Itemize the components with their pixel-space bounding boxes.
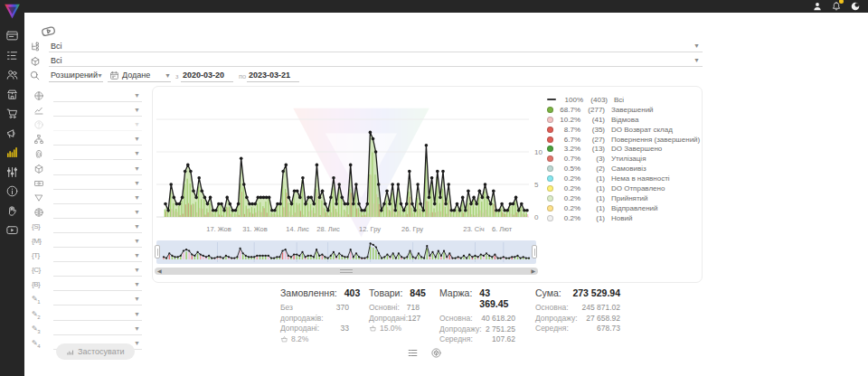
scroll-left-icon[interactable]: ◀ xyxy=(157,268,162,275)
search-icon xyxy=(29,70,41,81)
chart-scrollbar[interactable]: ◀ ▶ xyxy=(155,268,538,275)
list-view-icon[interactable] xyxy=(407,347,419,359)
package-view-icon[interactable] xyxy=(430,347,442,359)
status-filter-select[interactable]: Всі xyxy=(51,42,62,51)
sidebar-item-dashboard-icon[interactable] xyxy=(5,29,19,42)
legend-item-1[interactable]: 100%(403)Всі xyxy=(547,95,701,105)
filter-row-1[interactable]: ▼ xyxy=(32,90,142,104)
scrollbar-grip[interactable] xyxy=(340,269,353,273)
legend-item-10[interactable]: 0.2%(1)DO Отправлено xyxy=(547,183,701,193)
sidebar-item-sliders-icon[interactable] xyxy=(5,165,19,179)
chevron-down-icon[interactable]: ▼ xyxy=(134,340,140,346)
legend-label: DO Завершено xyxy=(611,145,662,153)
legend-count: (277) xyxy=(580,106,605,114)
apply-button[interactable]: Застосувати xyxy=(56,343,135,360)
filter-row-10[interactable]: {S}▼ xyxy=(32,221,142,235)
tag-icon[interactable] xyxy=(40,23,57,38)
legend-count: (1) xyxy=(580,204,605,212)
chevron-down-icon[interactable]: ▼ xyxy=(134,267,140,273)
filter-row-8[interactable]: ▼ xyxy=(32,193,142,206)
sidebar-item-video-icon[interactable] xyxy=(5,223,19,237)
legend-label: Повернення (завершений) xyxy=(611,136,700,144)
pencil-2-icon: ✎2 xyxy=(32,310,40,320)
filter-row-15[interactable]: ✎1▼ xyxy=(32,294,142,307)
filter-row-5[interactable]: ▼ xyxy=(32,148,142,162)
chevron-down-icon[interactable]: ▼ xyxy=(134,209,140,215)
filter-row-7[interactable]: ▼ xyxy=(32,178,142,192)
sidebar-item-chart-icon[interactable] xyxy=(5,146,19,159)
chart-navigator[interactable] xyxy=(156,240,536,264)
legend-item-7[interactable]: 0.7%(3)Утилізація xyxy=(547,154,701,164)
app-logo-icon[interactable] xyxy=(3,2,22,21)
chevron-down-icon[interactable]: ▼ xyxy=(134,150,140,156)
chevron-down-icon[interactable]: ▼ xyxy=(134,223,140,230)
chevron-down-icon[interactable]: ▼ xyxy=(134,165,140,172)
legend-item-11[interactable]: 0.2%(1)Прийнятий xyxy=(547,193,701,203)
chevron-down-icon[interactable]: ▼ xyxy=(134,194,140,201)
filter-row-12[interactable]: {T}▼ xyxy=(32,250,142,264)
navigator-right-handle[interactable] xyxy=(532,245,537,258)
sidebar-item-list-icon[interactable] xyxy=(5,49,19,62)
stat-subrow: Основна:40 618.20 xyxy=(439,314,515,324)
filter-row-17[interactable]: ✎3▼ xyxy=(32,324,142,337)
sidebar-item-hand-icon[interactable] xyxy=(5,204,19,218)
web-icon xyxy=(33,207,44,218)
product-filter-select[interactable]: Всі xyxy=(51,56,62,65)
sidebar-item-users-icon[interactable] xyxy=(5,68,19,81)
chevron-down-icon[interactable]: ▼ xyxy=(693,42,700,49)
search-icon[interactable] xyxy=(29,70,41,81)
legend-item-9[interactable]: 0.2%(1)Нема в наявності xyxy=(547,174,701,183)
basket-icon xyxy=(369,324,377,333)
legend-item-6[interactable]: 3.2%(13)DO Завершено xyxy=(547,144,701,154)
filter-row-4[interactable]: ▼ xyxy=(32,134,142,147)
legend-item-4[interactable]: 8.7%(35)DO Возврат склад xyxy=(547,125,701,135)
moon-icon[interactable] xyxy=(850,1,861,12)
navigator-left-handle[interactable] xyxy=(155,245,160,258)
stat-subrow: Допродані:127 xyxy=(369,314,420,324)
legend-item-2[interactable]: 68.7%(277)Завершений xyxy=(547,105,701,115)
chevron-down-icon[interactable]: ▼ xyxy=(134,238,140,244)
info-icon xyxy=(5,184,19,198)
chevron-down-icon[interactable]: ▼ xyxy=(134,296,140,302)
chevron-down-icon[interactable]: ▼ xyxy=(134,180,140,186)
chevron-down-icon[interactable]: ▼ xyxy=(134,121,140,127)
chevron-down-icon[interactable]: ▼ xyxy=(134,107,140,113)
bell-icon[interactable] xyxy=(831,1,842,12)
filter-row-3[interactable]: ▼ xyxy=(32,119,142,133)
chevron-down-icon[interactable]: ▼ xyxy=(134,136,140,142)
date-field-select[interactable]: Додане xyxy=(122,70,150,80)
scroll-right-icon[interactable]: ▶ xyxy=(531,268,535,275)
filter-row-6[interactable]: ▼ xyxy=(32,164,142,177)
chevron-down-icon[interactable]: ▼ xyxy=(134,325,140,332)
filter-row-9[interactable]: ▼ xyxy=(32,207,142,221)
chevron-down-icon[interactable]: ▼ xyxy=(693,57,700,63)
pencil-4-icon: ✎4 xyxy=(32,339,40,349)
filter-row-2[interactable]: ▼ xyxy=(32,105,142,118)
filter-underline xyxy=(53,305,142,306)
filter-row-16[interactable]: ✎2▼ xyxy=(32,309,142,323)
date-to-input[interactable]: 2023-03-21 xyxy=(249,70,290,80)
chevron-down-icon[interactable]: ▼ xyxy=(134,311,140,317)
legend-item-13[interactable]: 0.2%(1)Новий xyxy=(547,213,701,223)
filter-row-13[interactable]: {C}▼ xyxy=(32,265,142,278)
filter-row-11[interactable]: {M}▼ xyxy=(32,236,142,249)
legend-item-8[interactable]: 0.5%(2)Самовивіз xyxy=(547,164,701,174)
filter-row-14[interactable]: {B}▼ xyxy=(32,279,142,293)
brace-b-icon: {B} xyxy=(32,280,40,288)
sidebar-item-store-icon[interactable] xyxy=(5,88,19,101)
legend-item-3[interactable]: 10.2%(41)Відмова xyxy=(547,115,701,125)
sidebar-item-info-icon[interactable] xyxy=(5,184,19,198)
calendar-icon[interactable] xyxy=(109,70,119,80)
legend-item-12[interactable]: 0.2%(1)Відправлений xyxy=(547,203,701,213)
chevron-down-icon[interactable]: ▼ xyxy=(165,72,171,79)
user-icon[interactable] xyxy=(812,1,823,12)
search-mode-select[interactable]: Розширений xyxy=(51,70,98,80)
legend-item-5[interactable]: 6.7%(27)Повернення (завершений) xyxy=(547,135,701,145)
chevron-down-icon[interactable]: ▼ xyxy=(97,72,103,79)
chevron-down-icon[interactable]: ▼ xyxy=(134,252,140,258)
date-from-input[interactable]: 2020-03-20 xyxy=(183,70,224,80)
chevron-down-icon[interactable]: ▼ xyxy=(134,281,140,287)
chevron-down-icon[interactable]: ▼ xyxy=(134,92,140,99)
sidebar-item-cart-icon[interactable] xyxy=(5,107,19,120)
sidebar-item-megaphone-icon[interactable] xyxy=(5,127,19,140)
